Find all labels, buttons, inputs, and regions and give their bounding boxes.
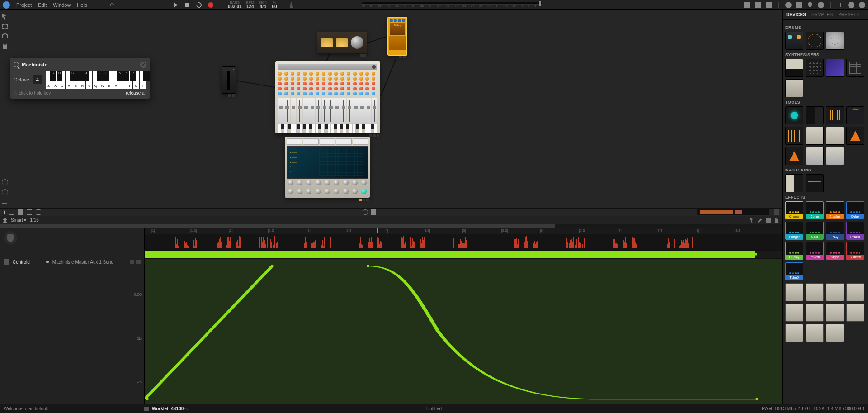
- mute-button[interactable]: [130, 260, 134, 264]
- seq-tool-3[interactable]: [27, 209, 32, 215]
- piano-key[interactable]: M: [86, 71, 93, 89]
- device-thumb[interactable]: [785, 324, 803, 342]
- device-thumb[interactable]: [846, 59, 864, 77]
- view-mode-3-icon[interactable]: [766, 2, 772, 8]
- device-thumb[interactable]: [785, 79, 803, 97]
- marquee-tool[interactable]: [2, 24, 8, 29]
- track-name[interactable]: Centroid: [13, 260, 30, 265]
- device-thumb[interactable]: [826, 32, 844, 50]
- seq-tool-1[interactable]: [9, 209, 14, 215]
- piano-key[interactable]: X: [52, 71, 59, 89]
- midi-keyboard-popover[interactable]: Machiniste × Octave 4 SDGHJ23567 ZXCVBNM…: [10, 58, 150, 99]
- collab-icon[interactable]: [785, 2, 792, 8]
- clock-small-icon[interactable]: [363, 209, 368, 215]
- snap-value[interactable]: 1/16: [30, 218, 38, 223]
- loop-marker[interactable]: [377, 228, 378, 233]
- pointer-tool[interactable]: [2, 14, 8, 20]
- effect-thumb[interactable]: Crusher: [826, 201, 844, 219]
- release-all[interactable]: release all: [126, 90, 146, 95]
- effect-thumb[interactable]: Chorus: [785, 201, 803, 219]
- add-icon[interactable]: +: [837, 2, 844, 8]
- effect-thumb[interactable]: Delay: [846, 201, 864, 219]
- device-thumb[interactable]: [785, 283, 803, 301]
- output-level-meter[interactable]: 6663605754514845423936333027242118151296…: [362, 2, 542, 8]
- piano-key[interactable]: E: [106, 71, 113, 89]
- bars-value[interactable]: 002.01: [228, 5, 242, 9]
- device-thumb[interactable]: [785, 127, 803, 145]
- stop-button[interactable]: [184, 1, 191, 9]
- device-thumb[interactable]: [846, 127, 864, 145]
- track-color[interactable]: [4, 259, 9, 265]
- piano-key[interactable]: W: [99, 71, 106, 89]
- audio-track[interactable]: [145, 234, 782, 251]
- overview-map[interactable]: [697, 209, 769, 215]
- device-thumb[interactable]: [785, 59, 803, 77]
- device-thumb[interactable]: [826, 59, 844, 77]
- device-thumb[interactable]: [826, 324, 844, 342]
- tab-samples[interactable]: SAMPLES: [811, 12, 833, 17]
- device-thumb[interactable]: [846, 283, 864, 301]
- device-thumb[interactable]: [826, 106, 844, 124]
- octave-value[interactable]: 4: [33, 75, 42, 84]
- menu-help[interactable]: Help: [77, 2, 87, 8]
- seq-tool-2[interactable]: [18, 209, 23, 215]
- lock-small-icon[interactable]: [371, 209, 376, 215]
- menu-window[interactable]: Window: [53, 2, 71, 8]
- grid-icon[interactable]: [3, 218, 7, 223]
- piano-key[interactable]: U: [133, 71, 140, 89]
- piano-key[interactable]: Y: [126, 71, 133, 89]
- loop-button[interactable]: [195, 1, 203, 9]
- device-thumb[interactable]: [785, 174, 803, 192]
- automation-point[interactable]: [146, 398, 149, 400]
- piano-key[interactable]: I: [140, 71, 146, 89]
- device-thumb[interactable]: [785, 147, 803, 165]
- effect-thumb[interactable]: Reverb: [806, 242, 824, 260]
- effect-thumb[interactable]: Slope: [826, 242, 844, 260]
- hand-tool[interactable]: [2, 43, 8, 49]
- automation-point[interactable]: [367, 265, 369, 267]
- seq-tool-4[interactable]: [36, 209, 41, 215]
- project-title[interactable]: Untitled: [426, 406, 442, 411]
- view-mode-2-icon[interactable]: [755, 2, 761, 8]
- pct-value[interactable]: 60: [272, 5, 277, 9]
- edit-eraser-tool[interactable]: [766, 218, 771, 223]
- device-thumb[interactable]: [846, 106, 864, 124]
- tab-presets[interactable]: PRESETS: [838, 12, 859, 17]
- tab-devices[interactable]: DEVICES: [786, 12, 806, 17]
- device-thumb[interactable]: [806, 147, 824, 165]
- device-thumb[interactable]: [806, 324, 824, 342]
- mini-keyboard[interactable]: SDGHJ23567 ZXCVBNMQWERTYUI: [46, 71, 146, 89]
- device-thumb[interactable]: [806, 32, 824, 50]
- device-thumb[interactable]: [785, 32, 803, 50]
- device-thumb[interactable]: [806, 304, 824, 322]
- device-pedal[interactable]: Delay: [387, 17, 407, 56]
- device-thumb[interactable]: [806, 59, 824, 77]
- effect-thumb[interactable]: Gate: [806, 222, 824, 240]
- menu-edit[interactable]: Edit: [38, 2, 47, 8]
- track-active-dot[interactable]: [46, 261, 49, 263]
- device-thumb[interactable]: [806, 283, 824, 301]
- clock-icon[interactable]: [859, 2, 865, 8]
- add-track-icon[interactable]: +: [3, 209, 6, 215]
- device-mixer[interactable]: [275, 61, 380, 133]
- device-thumb[interactable]: [785, 304, 803, 322]
- metronome-icon[interactable]: [289, 2, 294, 8]
- effect-thumb[interactable]: TubeD: [785, 262, 803, 280]
- effect-thumb[interactable]: S.Delay: [846, 242, 864, 260]
- device-thumb[interactable]: [826, 147, 844, 165]
- menu-project[interactable]: Project: [16, 2, 32, 8]
- effect-thumb[interactable]: PDelay: [785, 242, 803, 260]
- track-icon[interactable]: [4, 231, 17, 245]
- clip-end-handle[interactable]: [755, 253, 757, 256]
- piano-key[interactable]: B: [72, 71, 79, 89]
- close-icon[interactable]: ×: [140, 62, 146, 68]
- piano-key[interactable]: Z: [46, 71, 52, 89]
- help-icon[interactable]: [848, 2, 854, 8]
- snap-mode[interactable]: Smart ▾: [11, 218, 26, 223]
- piano-key[interactable]: R: [113, 71, 120, 89]
- edit-pointer-tool[interactable]: [750, 218, 755, 223]
- sign-value[interactable]: 4/4: [260, 5, 266, 9]
- zoom-in-button[interactable]: +: [2, 179, 8, 185]
- device-amp[interactable]: [317, 32, 367, 53]
- piano-key[interactable]: T: [119, 71, 126, 89]
